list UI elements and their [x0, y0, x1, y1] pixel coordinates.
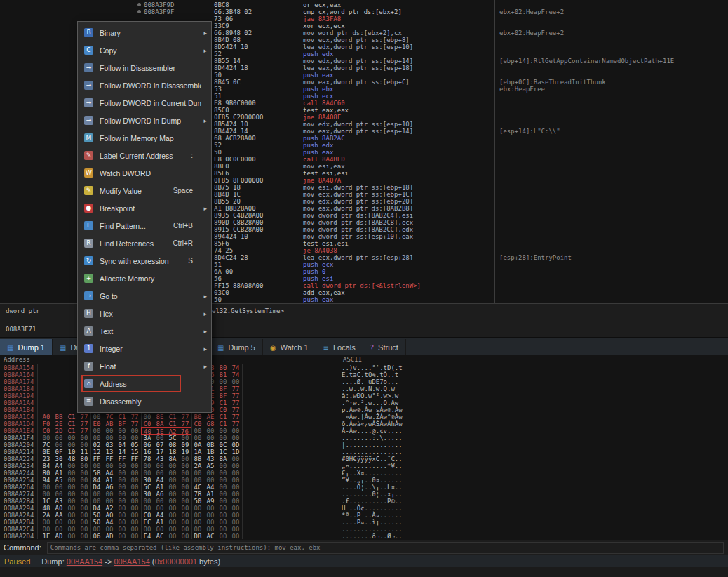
dump-byte[interactable]: AB — [103, 420, 116, 427]
dump-byte[interactable]: 00 — [65, 491, 78, 498]
menu-item-float[interactable]: fFloat▸ — [78, 357, 211, 375]
dump-byte[interactable]: 00 — [154, 505, 166, 512]
dump-byte[interactable]: 48 — [40, 505, 53, 512]
dump-byte[interactable]: 00 — [65, 533, 78, 540]
dump-byte[interactable]: 00 — [78, 470, 90, 477]
dump-byte[interactable]: 00 — [53, 526, 65, 533]
dump-byte[interactable]: 00 — [166, 519, 179, 526]
dump-byte[interactable]: 00 — [191, 477, 204, 484]
dump-byte[interactable]: 00 — [116, 526, 128, 533]
dump-byte[interactable]: A6 — [103, 484, 116, 491]
dump-row[interactable]: 008AA26400000000D4A600005CA100004CA40000… — [0, 484, 728, 491]
dump-byte[interactable]: D4 — [90, 484, 103, 491]
dump-byte[interactable]: 17 — [154, 449, 166, 456]
dump-byte[interactable]: 00 — [128, 477, 141, 484]
dump-byte[interactable]: 80 — [217, 364, 229, 371]
dump-byte[interactable]: 1E — [40, 533, 53, 540]
dump-byte[interactable]: 80 — [40, 470, 53, 477]
dump-byte[interactable]: 13 — [103, 449, 116, 456]
dump-row[interactable]: 008AA1D4F02EC177E0ABBF77C08AC177C068C177… — [0, 420, 728, 427]
dump-byte[interactable]: 00 — [128, 505, 141, 512]
dump-byte[interactable]: 00 — [229, 512, 242, 519]
dump-byte[interactable]: 19 — [179, 449, 191, 456]
dump-byte[interactable]: A2 — [103, 505, 116, 512]
dump-byte[interactable]: 23 — [40, 456, 53, 463]
dump-byte[interactable]: 00 — [116, 512, 128, 519]
dump-byte[interactable]: 00 — [116, 498, 128, 505]
dump-byte[interactable]: 77 — [229, 420, 242, 427]
dump-byte[interactable]: C1 — [65, 420, 78, 427]
dump-byte[interactable]: 18 — [166, 449, 179, 456]
dump-row[interactable]: 008AA22423304880FFFFFFFF78438A0088438A00… — [0, 456, 728, 463]
dump-byte[interactable]: 00 — [204, 505, 217, 512]
dump-byte[interactable]: 0B — [204, 442, 217, 449]
dump-row[interactable]: 008AA23484A4000000000000000000002AA50000… — [0, 463, 728, 470]
dump-byte[interactable]: 30 — [53, 456, 65, 463]
dump-byte[interactable]: 00 — [65, 470, 78, 477]
dump-byte[interactable]: 00 — [90, 491, 103, 498]
dump-byte[interactable]: 78 — [191, 491, 204, 498]
dump-byte[interactable]: C1 — [65, 427, 78, 435]
dump-byte[interactable]: C0 — [191, 420, 204, 427]
dump-byte[interactable]: 00 — [166, 463, 179, 470]
dump-byte[interactable]: 00 — [78, 512, 90, 519]
dump-byte[interactable]: 06 — [90, 533, 103, 540]
dump-byte[interactable]: A4 — [103, 519, 116, 526]
dump-byte[interactable]: 00 — [217, 484, 229, 491]
dump-byte[interactable]: 00 — [78, 498, 90, 505]
dump-byte[interactable]: C1 — [166, 413, 179, 420]
tab-dump-1[interactable]: ▦Dump 1 — [0, 339, 53, 356]
dump-byte[interactable]: 00 — [166, 533, 179, 540]
dump-byte[interactable]: 1E — [154, 427, 166, 435]
dump-byte[interactable]: D8 — [191, 533, 204, 540]
dump-byte[interactable]: 04 — [116, 442, 128, 449]
dump-byte[interactable]: 00 — [204, 470, 217, 477]
dump-byte[interactable]: 00 — [229, 519, 242, 526]
dump-byte[interactable]: AA — [53, 512, 65, 519]
dump-byte[interactable]: 00 — [103, 435, 116, 442]
dump-byte[interactable]: 84 — [90, 477, 103, 484]
dump-byte[interactable]: 00 — [166, 477, 179, 484]
dump-byte[interactable]: 00 — [204, 519, 217, 526]
dump-byte[interactable]: AC — [204, 533, 217, 540]
dump-byte[interactable]: 00 — [179, 491, 191, 498]
menu-item-find-references[interactable]: RFind ReferencesCtrl+R — [78, 234, 211, 252]
dump-byte[interactable]: 77 — [229, 385, 242, 392]
dump-byte[interactable]: 02 — [90, 442, 103, 449]
dump-byte[interactable]: E0 — [90, 420, 103, 427]
dump-byte[interactable]: 88 — [191, 456, 204, 463]
dump-byte[interactable]: 0F — [53, 449, 65, 456]
dump-byte[interactable]: 00 — [217, 533, 229, 540]
dump-byte[interactable]: 00 — [179, 505, 191, 512]
dump-byte[interactable]: 00 — [116, 491, 128, 498]
dump-byte[interactable]: AC — [154, 533, 166, 540]
dump-row[interactable]: 008AA1F400000000000000003A005C0000000000… — [0, 435, 728, 442]
dump-byte[interactable]: 07 — [154, 442, 166, 449]
dump-byte[interactable]: A2 — [166, 427, 179, 435]
dump-byte[interactable]: 30 — [141, 491, 154, 498]
dump-byte[interactable]: F0 — [40, 420, 53, 427]
dump-byte[interactable]: A5 — [53, 477, 65, 484]
dump-byte[interactable]: 68 — [204, 420, 217, 427]
dump-byte[interactable]: 00 — [78, 519, 90, 526]
menu-item-watch-dword[interactable]: WWatch DWORD — [78, 164, 211, 182]
dump-byte[interactable]: 00 — [154, 435, 166, 442]
dump-byte[interactable]: 06 — [141, 442, 154, 449]
command-input[interactable] — [47, 542, 724, 554]
dump-row[interactable]: 008AA24480A1000058A400000000000000000000… — [0, 470, 728, 477]
dump-byte[interactable]: 00 — [179, 435, 191, 442]
dump-byte[interactable]: 84 — [40, 463, 53, 470]
menu-item-copy[interactable]: CCopy▸ — [78, 41, 211, 59]
dump-byte[interactable]: 77 — [229, 413, 242, 420]
dump-byte[interactable]: 16 — [141, 449, 154, 456]
status-address-link[interactable]: 008AA154 — [67, 557, 102, 566]
dump-byte[interactable]: 00 — [204, 512, 217, 519]
dump-byte[interactable]: AD — [103, 533, 116, 540]
dump-byte[interactable]: 77 — [229, 399, 242, 406]
status-address-link[interactable]: 008AA154 — [114, 557, 149, 566]
dump-byte[interactable]: 00 — [78, 435, 90, 442]
menu-item-follow-dword-in-dump[interactable]: →Follow DWORD in Dump▸ — [78, 112, 211, 129]
dump-byte[interactable]: 00 — [128, 484, 141, 491]
dump-byte[interactable]: 00 — [191, 435, 204, 442]
dump-byte[interactable]: 00 — [78, 484, 90, 491]
